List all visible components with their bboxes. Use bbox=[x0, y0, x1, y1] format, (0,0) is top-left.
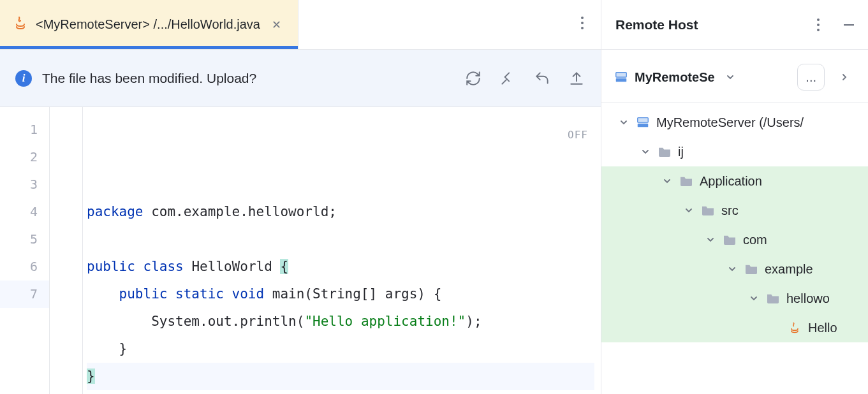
line-number: 7 bbox=[0, 281, 49, 308]
line-number: 1 bbox=[0, 116, 49, 143]
chevron-down-icon[interactable] bbox=[618, 118, 629, 127]
svg-rect-11 bbox=[638, 118, 649, 122]
java-file-icon bbox=[13, 15, 28, 34]
remote-host-panel: Remote Host MyRemoteSe ... MyRemoteServe… bbox=[601, 0, 868, 394]
svg-point-3 bbox=[817, 18, 820, 21]
tree-node-label: Application bbox=[700, 174, 762, 189]
tree-node[interactable]: MyRemoteServer (/Users/ bbox=[601, 108, 868, 137]
chevron-down-icon[interactable] bbox=[705, 235, 716, 244]
folder-icon bbox=[766, 293, 780, 304]
line-number: 2 bbox=[0, 143, 49, 171]
folder-icon bbox=[701, 205, 715, 216]
chevron-down-icon[interactable] bbox=[661, 177, 673, 186]
folder-icon bbox=[679, 175, 693, 187]
server-icon bbox=[614, 70, 628, 84]
code-line[interactable]: package com.example.helloworld; bbox=[87, 198, 594, 226]
editor-tab-label: <MyRemoteServer> /.../HelloWorld.java bbox=[36, 17, 260, 32]
tree-node-label: hellowo bbox=[786, 291, 830, 306]
chevron-down-icon[interactable] bbox=[726, 265, 738, 274]
go-button[interactable] bbox=[831, 64, 858, 91]
remote-tree: MyRemoteServer (/Users/ijApplicationsrcc… bbox=[601, 103, 868, 394]
line-number: 5 bbox=[0, 226, 49, 253]
tree-node[interactable]: hellowo bbox=[601, 284, 868, 313]
upload-banner: i The file has been modified. Upload? bbox=[0, 50, 601, 107]
tree-node[interactable]: ij bbox=[601, 137, 868, 166]
tab-overflow-button[interactable] bbox=[564, 16, 601, 33]
editor-pane: <MyRemoteServer> /.../HelloWorld.java ✕ … bbox=[0, 0, 601, 394]
chevron-down-icon[interactable] bbox=[640, 147, 651, 156]
tree-node-label: com bbox=[743, 233, 767, 247]
line-number: 6 bbox=[0, 253, 49, 281]
code-area: 1234567 OFF package com.example.hellowor… bbox=[0, 107, 601, 394]
svg-rect-8 bbox=[616, 73, 627, 77]
svg-rect-6 bbox=[844, 24, 854, 26]
gutter-spacer bbox=[50, 107, 83, 394]
svg-rect-10 bbox=[638, 124, 649, 128]
code-line[interactable]: } bbox=[87, 363, 594, 390]
gutter: 1234567 bbox=[0, 107, 50, 394]
folder-icon bbox=[723, 234, 737, 245]
chevron-down-icon[interactable] bbox=[748, 294, 760, 303]
svg-rect-7 bbox=[616, 78, 627, 82]
tree-node[interactable]: com bbox=[601, 225, 868, 254]
editor-tab[interactable]: <MyRemoteServer> /.../HelloWorld.java ✕ bbox=[0, 0, 298, 49]
svg-point-0 bbox=[581, 17, 584, 19]
java-file-icon bbox=[788, 321, 802, 334]
banner-message: The file has been modified. Upload? bbox=[42, 71, 256, 86]
tree-node-label: src bbox=[721, 203, 739, 218]
server-selector-row: MyRemoteSe ... bbox=[601, 50, 868, 103]
upload-button[interactable] bbox=[568, 69, 585, 87]
code-line[interactable]: } bbox=[87, 335, 594, 363]
diff-merge-button[interactable] bbox=[499, 69, 517, 87]
code-line[interactable]: public class HelloWorld { bbox=[87, 253, 594, 281]
line-number: 3 bbox=[0, 171, 49, 198]
panel-options-button[interactable] bbox=[809, 16, 827, 34]
folder-icon bbox=[744, 263, 758, 275]
line-number: 4 bbox=[0, 198, 49, 226]
refresh-button[interactable] bbox=[464, 69, 482, 87]
panel-minimize-button[interactable] bbox=[840, 16, 858, 34]
svg-point-4 bbox=[817, 24, 820, 26]
tree-node-label: ij bbox=[678, 145, 684, 159]
overflow-button[interactable]: ... bbox=[797, 64, 825, 91]
chevron-down-icon[interactable] bbox=[683, 206, 695, 215]
server-icon bbox=[636, 115, 650, 129]
tree-node[interactable]: Hello bbox=[601, 313, 868, 342]
panel-header: Remote Host bbox=[601, 0, 868, 50]
code-line[interactable]: System.out.println("Hello application!")… bbox=[87, 308, 594, 335]
folder-icon bbox=[658, 146, 672, 157]
panel-title: Remote Host bbox=[615, 17, 698, 33]
inspection-off-indicator[interactable]: OFF bbox=[568, 121, 588, 149]
code-buffer[interactable]: OFF package com.example.helloworld; publ… bbox=[83, 107, 601, 394]
tree-node[interactable]: src bbox=[601, 196, 868, 225]
tree-node[interactable]: example bbox=[601, 254, 868, 284]
server-selector-chevron[interactable] bbox=[721, 68, 739, 86]
tree-node-label: example bbox=[765, 262, 813, 277]
svg-point-2 bbox=[581, 27, 584, 29]
svg-point-1 bbox=[581, 22, 584, 24]
close-tab-button[interactable]: ✕ bbox=[268, 15, 285, 34]
tree-node-label: Hello bbox=[808, 321, 837, 335]
revert-button[interactable] bbox=[533, 69, 551, 87]
info-icon: i bbox=[15, 70, 32, 87]
server-selector-label[interactable]: MyRemoteSe bbox=[635, 70, 715, 85]
tree-node-label: MyRemoteServer (/Users/ bbox=[656, 115, 804, 130]
svg-point-5 bbox=[817, 29, 820, 31]
tab-bar: <MyRemoteServer> /.../HelloWorld.java ✕ bbox=[0, 0, 601, 50]
tree-node[interactable]: Application bbox=[601, 166, 868, 196]
code-line[interactable] bbox=[87, 226, 594, 253]
code-line[interactable]: public static void main(String[] args) { bbox=[87, 281, 594, 308]
